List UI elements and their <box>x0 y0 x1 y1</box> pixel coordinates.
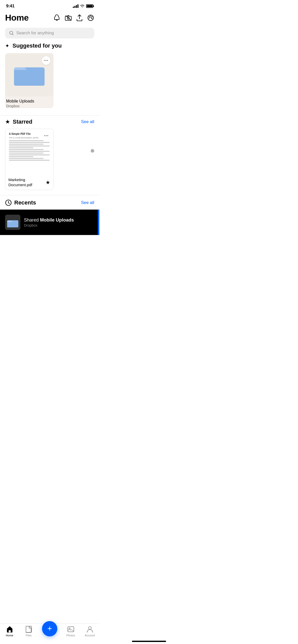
pdf-content-lines <box>9 140 50 161</box>
pdf-file-name: MarketingDocument.pdf <box>8 177 32 187</box>
folder-thumbnail: ··· <box>5 53 53 96</box>
folder-subtitle: Dropbox <box>6 104 52 108</box>
svg-point-8 <box>10 31 13 34</box>
pdf-line <box>9 144 44 145</box>
suggested-header: ✦ Suggested for you <box>5 42 94 49</box>
starred-scroll: A Simple PDF File This is a small demons… <box>5 129 94 190</box>
sparkle-icon: ✦ <box>5 43 9 49</box>
pdf-line <box>9 142 50 143</box>
search-icon <box>9 31 14 35</box>
svg-rect-10 <box>14 70 45 86</box>
pdf-line <box>9 149 44 150</box>
pdf-line <box>9 147 33 148</box>
recents-right-indicator <box>98 210 99 235</box>
svg-rect-14 <box>7 222 18 227</box>
recents-title-wrap: Recents <box>5 199 36 206</box>
palette-icon[interactable] <box>87 14 94 21</box>
suggested-scroll[interactable]: ··· Mobile Uploads Dropbox <box>5 53 94 110</box>
pdf-line <box>9 140 44 141</box>
signal-bars-icon <box>73 4 78 8</box>
search-container: Search for anything <box>0 26 99 42</box>
recents-label-prefix: Shared <box>24 217 40 223</box>
star-toggle-icon[interactable]: ★ <box>46 179 50 185</box>
recents-section: Recents See all Shared Mobile Uploads Dr… <box>0 195 99 235</box>
page-title: Home <box>5 13 29 23</box>
recents-see-all[interactable]: See all <box>81 200 94 205</box>
pdf-line <box>9 145 50 147</box>
search-bar[interactable]: Search for anything <box>5 28 94 38</box>
bell-icon[interactable] <box>53 14 60 21</box>
more-dots-icon: ··· <box>44 134 49 138</box>
header: Home <box>0 11 99 26</box>
pdf-line <box>9 156 33 157</box>
battery-icon <box>86 4 93 8</box>
nav-spacer <box>0 235 99 266</box>
recents-card-wrapper: Shared Mobile Uploads Dropbox <box>0 210 99 235</box>
starred-header: ★ Starred See all <box>5 115 94 129</box>
pdf-line <box>9 151 50 152</box>
recents-label-bold: Mobile Uploads <box>40 217 74 223</box>
more-dots-icon: ··· <box>44 58 48 63</box>
header-actions <box>53 14 94 21</box>
scroll-indicator-dot <box>91 149 94 153</box>
wifi-icon <box>80 4 85 8</box>
starred-pdf-card[interactable]: A Simple PDF File This is a small demons… <box>5 129 53 190</box>
recents-item-source: Dropbox <box>24 223 94 227</box>
camera-off-icon[interactable] <box>65 15 72 21</box>
folder-card-info: Mobile Uploads Dropbox <box>5 96 53 108</box>
starred-title-wrap: ★ Starred <box>5 119 32 125</box>
recents-header: Recents See all <box>0 195 99 210</box>
pdf-line <box>9 153 44 154</box>
recents-item-label: Shared Mobile Uploads <box>24 217 94 223</box>
pdf-thumbnail: A Simple PDF File This is a small demons… <box>5 129 53 175</box>
folder-thumb-icon <box>5 215 20 230</box>
svg-point-5 <box>90 16 91 17</box>
recents-item-info: Shared Mobile Uploads Dropbox <box>24 217 94 227</box>
folder-more-button[interactable]: ··· <box>42 56 50 65</box>
status-icons <box>73 4 93 8</box>
recents-item[interactable]: Shared Mobile Uploads Dropbox <box>0 210 99 235</box>
recents-title: Recents <box>14 199 36 206</box>
starred-see-all[interactable]: See all <box>81 119 94 124</box>
starred-section: ★ Starred See all A Simple PDF File This… <box>0 115 99 190</box>
suggested-folder-card[interactable]: ··· Mobile Uploads Dropbox <box>5 53 53 108</box>
pdf-line <box>9 160 50 161</box>
clock-icon <box>5 199 12 206</box>
upload-icon[interactable] <box>76 14 83 21</box>
pdf-line <box>9 158 44 159</box>
svg-point-6 <box>91 16 92 17</box>
folder-icon <box>14 63 45 87</box>
starred-title: Starred <box>13 119 32 125</box>
recents-folder-thumbnail <box>5 215 20 230</box>
pdf-card-info: MarketingDocument.pdf ★ <box>5 175 53 190</box>
folder-name: Mobile Uploads <box>6 99 52 104</box>
status-time: 9:41 <box>6 4 15 9</box>
svg-point-4 <box>89 16 90 17</box>
suggested-title: Suggested for you <box>12 42 62 49</box>
status-bar: 9:41 <box>0 0 99 11</box>
star-section-icon: ★ <box>5 119 10 125</box>
pdf-line <box>9 154 50 155</box>
search-placeholder-text: Search for anything <box>16 31 54 36</box>
pdf-more-button[interactable]: ··· <box>42 131 51 140</box>
suggested-section: ✦ Suggested for you ··· Mobile Uploads D… <box>0 42 99 110</box>
